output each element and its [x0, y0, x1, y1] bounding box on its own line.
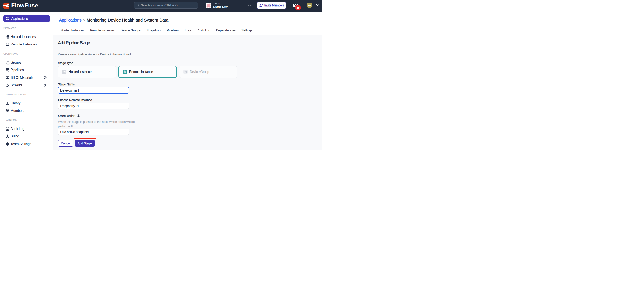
page-title: Monitoring Device Health and System Data [86, 18, 168, 23]
sidebar-item-audit-log[interactable]: Audit Log [0, 125, 53, 133]
sidebar-item-label: Groups [11, 61, 21, 64]
sidebar-item-library[interactable]: Library [0, 99, 53, 107]
bill-of-materials-icon [5, 76, 10, 80]
sidebar-item-label: Pipelines [11, 68, 24, 72]
notification-badge: 15 [296, 5, 301, 10]
content-area: Add Pipeline Stage Create a new pipeline… [54, 35, 322, 150]
user-menu[interactable]: su [307, 3, 319, 8]
sidebar-item-hosted-instances[interactable]: Hosted Instances [0, 33, 53, 41]
billing-icon [5, 134, 10, 138]
sidebar: Applications INSTANCESHosted InstancesRe… [0, 12, 53, 150]
device-group-icon [183, 70, 188, 74]
team-avatar [206, 3, 211, 8]
audit-log-icon [5, 127, 10, 131]
chevron-down-icon[interactable] [248, 4, 251, 8]
stage-type-card-hosted-instance[interactable]: Hosted Instance [58, 66, 116, 78]
stage-name-label: Stage Name [58, 82, 75, 86]
sidebar-item-pipelines[interactable]: Pipelines [0, 66, 53, 74]
tab-settings[interactable]: Settings [242, 28, 252, 34]
stage-name-input[interactable] [60, 89, 79, 92]
tab-remote-instances[interactable]: Remote Instances [90, 28, 114, 34]
sidebar-item-team-settings[interactable]: Team Settings [0, 140, 53, 148]
stage-type-card-label: Remote Instance [129, 70, 153, 74]
team-search[interactable] [134, 2, 198, 9]
stage-type-options: Hosted InstanceRemote InstanceDevice Gro… [58, 66, 237, 78]
tab-dependencies[interactable]: Dependencies [216, 28, 236, 34]
sidebar-item-applications[interactable]: Applications [4, 15, 50, 22]
sidebar-item-label: Library [11, 101, 20, 105]
sidebar-section-heading: TEAM ADMIN [4, 119, 53, 122]
tab-device-groups[interactable]: Device Groups [120, 28, 141, 34]
choose-remote-instance-label: Choose Remote Instance [58, 98, 92, 102]
chevron-down-icon [124, 130, 126, 134]
chevron-right-icon [83, 19, 86, 22]
sidebar-item-label: Team Settings [11, 142, 31, 146]
search-input[interactable] [141, 4, 194, 7]
stage-type-card-remote-instance[interactable]: Remote Instance [118, 66, 177, 78]
cancel-button[interactable]: Cancel [58, 140, 73, 146]
notifications-button[interactable]: 15 [293, 4, 298, 7]
form-title: Add Pipeline Stage [58, 40, 90, 45]
breadcrumb: Applications Monitoring Device Health an… [59, 18, 168, 23]
remote-instance-icon [123, 70, 127, 74]
action-select[interactable]: Use active snapshot [58, 129, 129, 135]
app-root: FlowFuse [0, 0, 322, 150]
sidebar-item-label: Members [11, 109, 24, 113]
info-icon[interactable] [77, 114, 80, 117]
breadcrumb-applications-link[interactable]: Applications [59, 18, 81, 23]
team-meta: TEAM: Sumit-Dev [213, 2, 228, 9]
sidebar-item-bill-of-materials[interactable]: Bill Of Materials [0, 74, 53, 81]
groups-icon [5, 60, 10, 65]
tab-bar: Hosted InstancesRemote InstancesDevice G… [61, 28, 258, 34]
sparkles-icon [43, 83, 47, 88]
pipelines-icon [5, 68, 10, 72]
tab-hosted-instances[interactable]: Hosted Instances [61, 28, 84, 34]
team-switcher[interactable]: TEAM: Sumit-Dev [206, 0, 228, 11]
hosted-instances-icon [5, 35, 10, 39]
applications-icon [6, 17, 10, 21]
stage-name-field [58, 87, 129, 94]
chevron-down-icon [316, 3, 319, 8]
sidebar-section-heading: TEAM MANAGEMENT [4, 93, 53, 96]
divider [58, 48, 237, 48]
sidebar-item-groups[interactable]: Groups [0, 59, 53, 66]
tab-logs[interactable]: Logs [185, 28, 192, 34]
nav-divider [289, 0, 289, 12]
chevron-down-icon [124, 105, 126, 108]
action-value: Use active snapshot [60, 130, 89, 134]
sidebar-item-members[interactable]: Members [0, 107, 53, 115]
remote-instance-value: Raspberry Pi [60, 104, 78, 108]
team-label: TEAM: [213, 2, 228, 5]
remote-instances-icon [5, 42, 10, 47]
tab-snapshots[interactable]: Snapshots [146, 28, 161, 34]
invite-members-button[interactable]: Invite Members [257, 2, 286, 9]
stage-type-label: Stage Type [58, 61, 73, 65]
stage-type-card-label: Device Group [190, 70, 209, 74]
sidebar-section-heading: INSTANCES [4, 27, 53, 30]
sidebar-item-label: Bill Of Materials [11, 76, 33, 80]
sidebar-item-label: Brokers [11, 83, 22, 87]
sidebar-item-label: Remote Instances [11, 43, 37, 46]
invite-members-label: Invite Members [264, 4, 284, 7]
sparkles-icon [43, 76, 47, 80]
remote-instance-select[interactable]: Raspberry Pi [58, 103, 129, 109]
user-plus-icon [259, 4, 263, 8]
add-pipeline-stage-form: Add Pipeline Stage Create a new pipeline… [58, 35, 237, 150]
sidebar-item-label: Audit Log [11, 127, 24, 131]
tab-audit-log[interactable]: Audit Log [198, 28, 210, 34]
select-action-label: Select Action [58, 114, 75, 117]
brokers-icon [5, 83, 10, 87]
members-icon [5, 109, 10, 113]
sidebar-item-brokers[interactable]: Brokers [0, 81, 53, 89]
sidebar-item-billing[interactable]: Billing [0, 133, 53, 140]
sidebar-section-heading: OPERATIONS [4, 52, 53, 55]
top-navbar: FlowFuse [0, 0, 322, 12]
team-name: Sumit-Dev [213, 5, 228, 9]
add-stage-button[interactable]: Add Stage [75, 140, 95, 146]
tab-pipelines[interactable]: Pipelines [167, 28, 179, 34]
sidebar-item-remote-instances[interactable]: Remote Instances [0, 41, 53, 48]
brand[interactable]: FlowFuse [4, 2, 38, 9]
sidebar-item-label: Applications [11, 17, 28, 21]
stage-type-card-device-group: Device Group [179, 66, 237, 78]
stage-type-card-label: Hosted Instance [68, 70, 91, 74]
